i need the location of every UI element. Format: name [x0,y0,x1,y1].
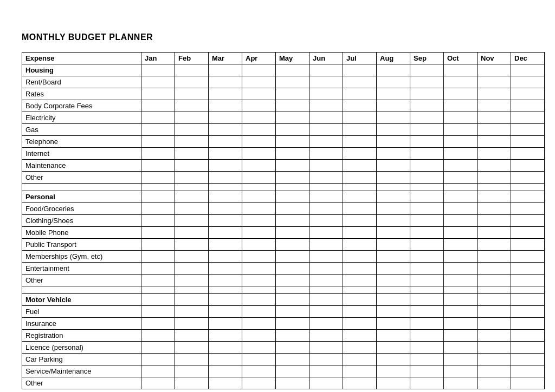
cell[interactable] [175,354,209,365]
cell[interactable] [444,124,477,136]
cell[interactable] [242,251,276,263]
cell[interactable] [242,124,276,136]
cell[interactable] [276,294,309,306]
cell[interactable] [175,377,209,389]
cell[interactable] [377,136,410,148]
cell[interactable] [410,112,444,124]
cell[interactable] [343,294,377,306]
cell[interactable] [444,172,477,184]
cell[interactable] [477,275,511,286]
cell[interactable] [242,263,276,275]
cell[interactable] [276,263,309,275]
cell[interactable] [343,136,377,148]
cell[interactable] [276,172,309,184]
cell[interactable] [276,318,309,330]
cell[interactable] [343,330,377,342]
cell[interactable] [444,76,477,88]
cell[interactable] [175,263,209,275]
cell[interactable] [377,191,410,203]
cell[interactable] [242,330,276,342]
cell[interactable] [410,306,444,318]
cell[interactable] [209,215,242,227]
cell[interactable] [410,227,444,239]
cell[interactable] [309,306,343,318]
cell[interactable] [511,172,545,184]
cell[interactable] [477,318,511,330]
cell[interactable] [141,227,175,239]
cell[interactable] [444,112,477,124]
cell[interactable] [242,100,276,112]
cell[interactable] [276,365,309,377]
cell[interactable] [276,100,309,112]
cell[interactable] [309,112,343,124]
cell[interactable] [242,318,276,330]
cell[interactable] [141,124,175,136]
cell[interactable] [377,227,410,239]
cell[interactable] [477,377,511,389]
cell[interactable] [309,160,343,172]
cell[interactable] [276,203,309,215]
cell[interactable] [511,275,545,286]
cell[interactable] [343,76,377,88]
cell[interactable] [343,172,377,184]
cell[interactable] [410,191,444,203]
cell[interactable] [444,251,477,263]
cell[interactable] [209,76,242,88]
cell[interactable] [511,318,545,330]
cell[interactable] [377,354,410,365]
cell[interactable] [141,64,175,76]
cell[interactable] [276,330,309,342]
cell[interactable] [209,172,242,184]
cell[interactable] [477,172,511,184]
cell[interactable] [309,330,343,342]
cell[interactable] [477,251,511,263]
cell[interactable] [175,136,209,148]
cell[interactable] [242,76,276,88]
cell[interactable] [511,203,545,215]
cell[interactable] [444,100,477,112]
cell[interactable] [377,88,410,100]
cell[interactable] [477,354,511,365]
cell[interactable] [477,191,511,203]
cell[interactable] [242,377,276,389]
cell[interactable] [444,88,477,100]
cell[interactable] [444,203,477,215]
cell[interactable] [141,203,175,215]
cell[interactable] [141,251,175,263]
cell[interactable] [377,251,410,263]
cell[interactable] [511,354,545,365]
cell[interactable] [276,377,309,389]
cell[interactable] [377,112,410,124]
cell[interactable] [309,318,343,330]
cell[interactable] [343,306,377,318]
cell[interactable] [309,215,343,227]
cell[interactable] [209,160,242,172]
cell[interactable] [511,330,545,342]
cell[interactable] [511,342,545,354]
cell[interactable] [175,100,209,112]
cell[interactable] [276,191,309,203]
cell[interactable] [141,100,175,112]
cell[interactable] [511,136,545,148]
cell[interactable] [410,100,444,112]
cell[interactable] [410,239,444,251]
cell[interactable] [377,263,410,275]
cell[interactable] [276,64,309,76]
cell[interactable] [343,100,377,112]
cell[interactable] [511,239,545,251]
cell[interactable] [343,160,377,172]
cell[interactable] [511,112,545,124]
cell[interactable] [141,377,175,389]
cell[interactable] [276,88,309,100]
cell[interactable] [309,227,343,239]
cell[interactable] [511,100,545,112]
cell[interactable] [209,342,242,354]
cell[interactable] [309,191,343,203]
cell[interactable] [477,330,511,342]
cell[interactable] [343,64,377,76]
cell[interactable] [477,124,511,136]
cell[interactable] [141,112,175,124]
cell[interactable] [209,306,242,318]
cell[interactable] [410,294,444,306]
cell[interactable] [175,191,209,203]
